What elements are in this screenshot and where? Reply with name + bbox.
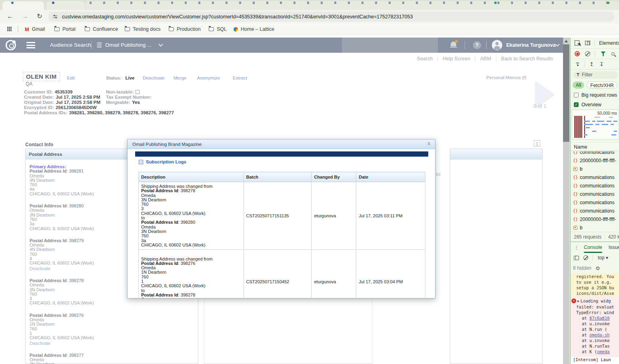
hamburger-menu-icon[interactable] (26, 42, 35, 50)
tab-elements[interactable]: Elements (599, 40, 619, 46)
network-request-row[interactable]: {}20000000-ffff-ffff- (571, 156, 619, 165)
modal-title: Omail Publishing Brand Magazine (128, 139, 435, 149)
bookmark-testing-docs[interactable]: Testing docs (125, 23, 160, 35)
console-error-message[interactable]: ✕Loading widg failed: evaluat TypeError:… (571, 296, 619, 357)
network-overview-chart[interactable]: 50,000 ms (572, 109, 619, 140)
col-header-batch: Batch (244, 172, 311, 182)
network-request-row[interactable]: {}communications (571, 181, 619, 190)
pagination-badge[interactable]: 1 (534, 140, 540, 147)
notification-badge (455, 40, 458, 43)
device-toolbar-icon[interactable] (585, 41, 590, 45)
json-icon: {} (573, 158, 578, 163)
bookmark-home-lattice[interactable]: Home – Lattice (234, 23, 274, 35)
network-request-row[interactable]: {}20000000-ffff-ffff- (571, 215, 619, 223)
chevron-down-icon[interactable] (158, 42, 163, 46)
bookmark-production[interactable]: Production (169, 23, 201, 35)
network-request-row[interactable]: {}communications (571, 207, 619, 215)
log-batch: CST20250717150452 (244, 250, 311, 298)
merge-link[interactable]: Merge (174, 76, 187, 80)
console-drawer-tabs: ⋮ Console Issues (571, 241, 619, 253)
scrollbar-thumb[interactable] (563, 44, 569, 142)
bookmark-gmail[interactable]: M Gmail (25, 23, 45, 35)
extract-link[interactable]: Extract (233, 76, 247, 80)
personal-memos-link[interactable]: Personal Memos (f) (486, 75, 526, 80)
scroll-up-arrow-icon[interactable] (565, 40, 568, 42)
back-icon[interactable]: ← (5, 11, 15, 22)
network-name-column-header[interactable]: Name (571, 142, 619, 151)
network-request-row[interactable]: b (571, 165, 619, 173)
notifications-bell-icon[interactable] (451, 42, 456, 46)
tab-console[interactable]: Console (584, 242, 602, 253)
omeda-logo-icon[interactable] (6, 40, 16, 50)
deactivate-address-link[interactable]: Deactivate (30, 341, 198, 346)
network-request-row[interactable]: {}communications (571, 198, 619, 207)
clear-console-icon[interactable] (583, 255, 588, 260)
network-request-row[interactable]: {}communications (571, 173, 619, 181)
stack-trace-link[interactable]: omeda-sh (589, 332, 610, 337)
close-icon[interactable]: x (427, 141, 430, 146)
hidden-messages-count[interactable]: 6 hidden (573, 265, 591, 271)
edit-link[interactable]: Edit (67, 76, 75, 80)
console-hidden-row: 6 hidden ⚙ (571, 263, 619, 273)
deactivate-link[interactable]: Deactivate (143, 76, 164, 80)
user-name[interactable]: Ekaterina Turgunova (506, 38, 555, 53)
page-scrollbar[interactable] (563, 38, 569, 364)
console-log-message[interactable]: [Intercom] Laun (571, 357, 619, 364)
stack-trace-link[interactable]: 87c6a810 (589, 316, 610, 320)
kebab-menu-icon[interactable]: ⋮ (574, 245, 579, 251)
log-description: Shipping Address was changed from Postal… (139, 250, 244, 298)
apps-grid-icon[interactable] (7, 27, 8, 28)
export-har-icon[interactable]: ↧ (599, 61, 604, 67)
expand-triangle-icon[interactable] (577, 298, 581, 304)
subnav-back-to-results[interactable]: Back to Search Results (496, 56, 558, 62)
filter-icon[interactable] (601, 52, 606, 56)
big-request-rows-checkbox[interactable] (574, 93, 579, 97)
bookmark-confluence[interactable]: Confluence (85, 23, 118, 35)
bookmark-portal[interactable]: Portal (54, 23, 76, 35)
user-avatar[interactable] (492, 40, 502, 50)
network-filter-input[interactable]: Filter (573, 71, 618, 79)
filter-pill-all[interactable]: All (573, 82, 584, 89)
url-bar[interactable]: custview.omedastaging.com/custview/custo… (48, 12, 614, 22)
import-har-icon[interactable]: ↥ (589, 61, 594, 67)
forward-icon[interactable]: → (20, 11, 30, 22)
search-icon[interactable] (611, 52, 615, 56)
tab-favicons (90, 2, 614, 4)
browser-tab[interactable] (2, 1, 44, 10)
site-settings-icon[interactable] (53, 14, 58, 19)
subnav-search[interactable]: Search (412, 56, 438, 62)
overview-checkbox[interactable] (574, 102, 579, 107)
subnav-abm[interactable]: ABM (475, 56, 496, 62)
status-label: Status: (106, 76, 122, 80)
filter-pill-fetch-xhr[interactable]: Fetch/XHR (587, 82, 617, 89)
inspect-element-icon[interactable] (575, 40, 579, 46)
console-sidebar-icon[interactable] (574, 256, 579, 260)
bookmark-sql[interactable]: SQL (209, 23, 227, 35)
reload-icon[interactable]: ↻ (34, 11, 45, 22)
browser-toolbar: ← → ↻ custview.omedastaging.com/custview… (0, 10, 619, 23)
console-context-selector[interactable]: top ▾ (598, 255, 608, 261)
network-request-row[interactable]: {}communications (571, 190, 619, 198)
tab-issues[interactable]: Issues (609, 245, 619, 250)
console-warning-message[interactable]: registered. You to use it e.g. setup a J… (571, 273, 619, 296)
network-request-row[interactable]: b (571, 223, 619, 232)
divider (91, 41, 92, 49)
nav-audience-search[interactable]: Audience Search (50, 38, 91, 53)
stack-trace-link[interactable]: omeda (597, 349, 610, 354)
divider (18, 26, 18, 33)
help-icon[interactable]: ? (473, 41, 481, 49)
network-request-row[interactable]: {}communications (571, 151, 619, 156)
json-icon: {} (573, 183, 578, 188)
folder-icon (54, 27, 60, 31)
chevron-down-icon[interactable] (555, 42, 559, 46)
tab-favicon-icon (494, 2, 497, 4)
context-selector[interactable]: Omail Publishing ... (105, 38, 152, 53)
collapse-icon[interactable]: − (139, 160, 143, 164)
subnav-help-screen[interactable]: Help Screen (438, 56, 475, 62)
record-network-icon[interactable] (575, 51, 580, 56)
network-conditions-icon[interactable] (575, 62, 581, 66)
json-icon: {} (573, 192, 578, 196)
clear-network-icon[interactable] (585, 51, 590, 56)
gear-icon[interactable]: ⚙ (595, 265, 600, 271)
anonymize-link[interactable]: Anonymize (197, 76, 220, 80)
